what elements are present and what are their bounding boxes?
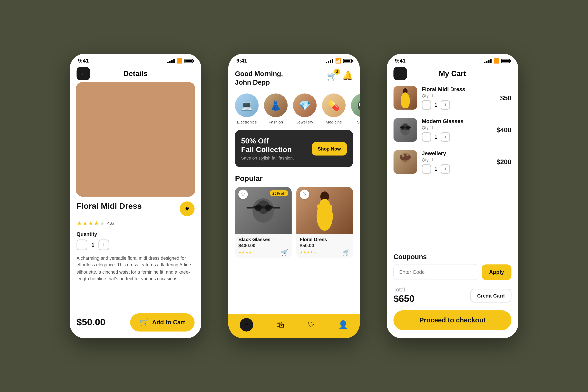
proceed-to-checkout-button[interactable]: Proceed to checkout: [393, 310, 511, 330]
banner-subtitle: Save on stylish fall fashion.: [241, 156, 294, 161]
sports-label: Sports: [357, 120, 360, 124]
product-card-dress[interactable]: ♡ Floral Dress $50.00 ★★★★☆ 🛒: [296, 187, 353, 258]
credit-card-button[interactable]: Credit Card: [470, 288, 511, 302]
quantity-decrease-button[interactable]: −: [77, 240, 88, 250]
fashion-label: Fashion: [268, 120, 283, 124]
card-info-2: Floral Dress $50.00 ★★★★☆ 🛒: [296, 234, 353, 258]
signal-bars-2: [326, 58, 333, 63]
rating-value: 4.6: [107, 221, 114, 226]
status-bar-2: 9:41 📶: [228, 54, 360, 66]
cart-decrease-btn-glasses[interactable]: −: [422, 132, 431, 142]
battery-icon-2: [343, 58, 352, 63]
cart-decrease-btn-jewellery[interactable]: −: [422, 164, 431, 174]
svg-rect-0: [76, 88, 195, 192]
category-fashion[interactable]: 👗 Fashion: [264, 94, 288, 124]
nav-heart-icon[interactable]: ♡: [308, 320, 315, 330]
card-cart-icon-2[interactable]: 🛒: [342, 249, 350, 256]
product-description: A charming and versatile floral midi dre…: [70, 252, 201, 286]
cart-item-name-dress: Floral Midi Dress: [422, 86, 496, 92]
quantity-section: Quantity − 1 +: [70, 229, 201, 252]
header-icons: 🛒 3 🔔: [327, 69, 353, 81]
cart-icon: 🛒: [140, 318, 148, 327]
nav-profile-icon[interactable]: 👤: [338, 320, 348, 330]
wifi-icon-1: 📶: [176, 58, 182, 64]
phone-home: 9:41 📶 Good Morning, John Depp: [228, 54, 360, 338]
phone2-content: Good Morning, John Depp 🛒 3 🔔 💻: [228, 67, 360, 314]
quantity-increase-button[interactable]: +: [98, 240, 109, 250]
cart-decrease-btn-dress[interactable]: −: [422, 100, 431, 110]
cart-item-qty-label-jewellery: Qty: 1: [422, 157, 492, 162]
svg-point-18: [265, 204, 272, 211]
cart-item-details-jewellery: Jewellery Qty: 1 − 1 +: [422, 150, 492, 174]
status-icons-3: 📶: [484, 58, 510, 64]
signal-bars-3: [484, 58, 492, 63]
cart-item-price-jewellery: $200: [496, 158, 512, 166]
status-icons-1: 📶: [167, 58, 193, 64]
cart-title: My Cart: [439, 69, 466, 78]
card-heart-icon-2[interactable]: ♡: [300, 190, 309, 199]
cart-item-image-jewellery: [393, 150, 417, 174]
svg-point-35: [400, 154, 411, 160]
svg-point-37: [406, 154, 408, 156]
category-sports[interactable]: ⚽ Sports: [351, 94, 360, 124]
nav-bag-icon[interactable]: 🛍: [276, 320, 284, 330]
card-price-1: $400.00: [238, 243, 288, 248]
svg-point-6: [125, 116, 146, 132]
heart-icon: ♥: [185, 205, 189, 213]
back-button-1[interactable]: ←: [77, 67, 90, 80]
banner-text: 50% Off Fall Collection Save on stylish …: [241, 136, 294, 160]
fashion-circle: 👗: [264, 94, 288, 117]
status-icons-2: 📶: [326, 58, 352, 64]
category-jewellery[interactable]: 💎 Jewellery: [293, 94, 316, 124]
coupon-input[interactable]: [393, 264, 478, 280]
signal-bar-4: [173, 58, 175, 63]
product-card-glasses[interactable]: ♡ 20% off Black Glasses $400.00 ★★★★☆ 🛒: [235, 187, 292, 258]
discount-badge-1: 20% off: [270, 190, 288, 196]
cart-item-glasses: Modern Glasses Qty: 1 − 1 + $400: [393, 114, 511, 146]
status-time-1: 9:41: [78, 58, 88, 64]
electronics-icon: 💻: [241, 100, 253, 111]
details-header: ← Details: [70, 67, 201, 82]
cart-increase-btn-jewellery[interactable]: +: [440, 164, 450, 174]
greeting-name: John Depp: [235, 78, 283, 87]
cart-item-price-dress: $50: [500, 94, 511, 102]
apply-coupon-button[interactable]: Apply: [482, 264, 511, 280]
card-info-1: Black Glasses $400.00 ★★★★☆ 🛒: [235, 234, 292, 258]
svg-point-9: [115, 140, 123, 154]
categories-row: 💻 Electronics 👗 Fashion 💎 Jewellery: [228, 91, 360, 127]
category-medicine[interactable]: 💊 Medicine: [322, 94, 346, 124]
add-to-cart-label: Add to Cart: [152, 319, 185, 326]
notification-bell-icon[interactable]: 🔔: [342, 70, 353, 81]
popular-section: Popular: [228, 170, 360, 261]
svg-point-8: [142, 120, 158, 149]
phone-details: 9:41 📶 ← Details: [70, 54, 201, 338]
phone-cart: 9:41 📶 ← My Cart: [387, 54, 518, 338]
svg-rect-12: [129, 178, 135, 190]
signal-bar-3: [171, 60, 173, 63]
card-name-2: Floral Dress: [300, 237, 350, 242]
banner-discount: 50% Off: [241, 136, 294, 146]
cart-item-jewellery: Jewellery Qty: 1 − 1 + $200: [393, 146, 511, 178]
cart-qty-control-glasses: − 1 +: [422, 132, 492, 142]
back-button-cart[interactable]: ←: [393, 67, 407, 80]
card-cart-icon-1[interactable]: 🛒: [281, 249, 288, 256]
sports-icon: ⚽: [357, 100, 360, 111]
cart-button[interactable]: 🛒 3: [327, 70, 338, 81]
signal-bar-2: [169, 60, 171, 63]
cart-increase-btn-dress[interactable]: +: [440, 100, 450, 110]
back-arrow-icon-1: ←: [80, 70, 86, 77]
shop-now-button[interactable]: Shop Now: [312, 142, 347, 156]
cart-items-list: Floral Midi Dress Qty: 1 − 1 + $50: [387, 82, 518, 248]
svg-rect-20: [273, 207, 280, 208]
card-heart-icon-1[interactable]: ♡: [238, 190, 248, 199]
battery-icon-1: [184, 58, 193, 63]
svg-point-28: [402, 92, 408, 99]
category-electronics[interactable]: 💻 Electronics: [235, 94, 258, 124]
cart-increase-btn-glasses[interactable]: +: [440, 132, 450, 142]
add-to-cart-button[interactable]: 🛒 Add to Cart: [130, 314, 195, 332]
greeting-text: Good Morning, John Depp: [235, 69, 283, 87]
card-price-2: $50.00: [300, 243, 350, 248]
favorite-button[interactable]: ♥: [180, 202, 195, 216]
nav-home-button[interactable]: ⌂: [240, 318, 254, 332]
cart-item-dress: Floral Midi Dress Qty: 1 − 1 + $50: [393, 82, 511, 114]
